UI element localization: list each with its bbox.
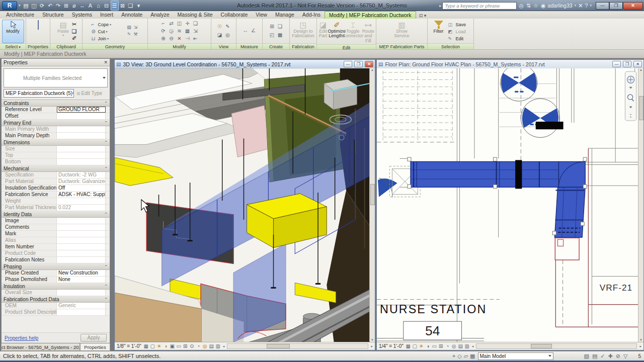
view-close-button[interactable]: ✕ xyxy=(633,61,642,67)
aligned-dimension-icon[interactable]: ↔ xyxy=(78,1,87,10)
open-icon[interactable]: ▤ xyxy=(22,1,30,10)
type-selector-caret-icon[interactable] xyxy=(101,69,107,87)
show-service-button[interactable]: ▥ Show Service xyxy=(391,20,413,43)
editable-only-icon[interactable]: ✓ xyxy=(600,353,605,359)
exchange-apps-icon[interactable]: ✕ xyxy=(578,3,583,9)
property-value[interactable] xyxy=(57,152,106,158)
edit-selection-button[interactable]: ✎Edit xyxy=(448,35,471,42)
property-value[interactable] xyxy=(57,218,106,224)
scale-button[interactable]: 1/4" = 1'-0" xyxy=(379,343,404,349)
linework-icon[interactable]: ✎ xyxy=(224,24,231,31)
3d-view-title-bar[interactable]: ▤ 3D View: 3D Ground Level Coordination … xyxy=(115,60,375,68)
visual-style-icon[interactable]: ▢ xyxy=(412,343,418,349)
unpin-icon[interactable]: ⊖ xyxy=(168,36,175,43)
show-crop-icon[interactable]: ⊞ xyxy=(182,343,189,349)
join-button[interactable]: ⊔Join xyxy=(92,35,124,42)
demolish-icon[interactable]: ⚒ xyxy=(133,32,139,38)
exclude-options-icon[interactable]: ⊘ xyxy=(616,353,620,359)
property-group-phasing[interactable]: Phasing⌃ xyxy=(2,263,110,270)
hide-icon[interactable]: ◎ xyxy=(224,32,231,40)
plan-horizontal-scrollbar[interactable] xyxy=(476,343,637,349)
press-drag-icon[interactable]: ✚ xyxy=(608,353,613,359)
plan-canvas[interactable]: NURSE STATION 54 VRF-21 xyxy=(377,68,643,342)
save-selection-button[interactable]: ◫Save xyxy=(448,21,471,28)
view-properties-icon[interactable]: ▥ xyxy=(215,343,221,349)
collapse-icon[interactable]: ⌃ xyxy=(104,100,108,107)
selection-filter-icon[interactable]: ▽ xyxy=(623,353,627,359)
section-icon[interactable]: ⊟ xyxy=(103,1,111,10)
collapse-icon[interactable]: ⌃ xyxy=(104,296,108,303)
print-icon[interactable]: ⊞ xyxy=(62,1,70,10)
property-value[interactable]: Generic xyxy=(57,303,106,309)
dimension-icon[interactable]: ∠ xyxy=(250,28,257,35)
panel-label-fabrication[interactable]: Fabrication xyxy=(290,43,316,49)
property-group-dimensions[interactable]: Dimensions⌃ xyxy=(2,139,110,146)
view-close-button[interactable]: ✕ xyxy=(365,61,373,67)
navigation-bar[interactable] xyxy=(625,71,636,121)
user-avatar-icon[interactable]: ◉ xyxy=(541,3,546,9)
property-value[interactable]: Off xyxy=(57,185,106,191)
tab-modify-mep-fabrication-ductwork[interactable]: Modify | MEP Fabrication Ductwork xyxy=(325,11,416,19)
switch-windows-icon[interactable]: ❏ xyxy=(127,1,135,10)
sign-in-icon[interactable]: ⇅ xyxy=(526,3,531,9)
offset-icon[interactable]: ⇄ xyxy=(168,21,175,28)
cutaway-icon[interactable]: ◪ xyxy=(216,32,223,40)
measure-icon[interactable]: ⌀ xyxy=(70,1,78,10)
property-value[interactable] xyxy=(57,126,106,132)
worksharing-display-icon[interactable]: ▤ xyxy=(208,343,215,349)
rendering-icon[interactable]: ▣ xyxy=(169,343,176,349)
3d-vertical-scrollbar[interactable]: ▲▼ xyxy=(369,68,375,342)
delete-icon[interactable]: ✕ xyxy=(176,36,183,43)
crop-view-icon[interactable]: ▭ xyxy=(431,343,438,349)
visual-style-icon[interactable]: ▢ xyxy=(149,343,156,349)
scroll-left-icon[interactable]: ◂ xyxy=(472,344,474,348)
filter-button[interactable]: Filter xyxy=(430,20,447,43)
help-caret-icon[interactable]: ▾ xyxy=(590,4,592,8)
help-icon[interactable]: ? xyxy=(585,3,588,9)
undo-icon[interactable]: ↶ xyxy=(46,1,54,10)
tab-insert[interactable]: Insert xyxy=(96,11,117,19)
extend-icon[interactable]: ⇤ xyxy=(192,36,199,43)
create-assembly-icon[interactable]: ◰ xyxy=(269,32,276,40)
tab-structure[interactable]: Structure xyxy=(38,11,68,19)
collapse-icon[interactable]: ⌃ xyxy=(104,120,108,126)
scale-button[interactable]: 1/8" = 1'-0" xyxy=(117,343,141,349)
3d-horizontal-scrollbar[interactable] xyxy=(227,343,368,349)
sync-icon[interactable]: ⟳ xyxy=(38,1,46,10)
property-group-constraints[interactable]: Constraints⌃ xyxy=(2,100,110,107)
copy-icon[interactable]: ❏ xyxy=(192,21,199,28)
property-value[interactable]: Ductwork: -2 WG xyxy=(57,172,106,178)
temporary-hide-isolate-icon[interactable]: ◔ xyxy=(195,343,202,349)
close-button[interactable]: ✕ xyxy=(623,2,643,10)
tab-annotate[interactable]: Annotate xyxy=(117,11,146,19)
paint-icon[interactable]: ✎ xyxy=(126,32,132,38)
worksets-icon[interactable]: ◇ xyxy=(457,353,461,359)
create-group-icon[interactable]: ❏ xyxy=(277,24,284,31)
panel-label-selection[interactable]: Selection xyxy=(428,43,473,49)
optimize-lengths-button[interactable]: ✐ Optimize Lengths xyxy=(329,20,344,44)
trim-corner-icon[interactable]: ⊣ xyxy=(184,36,191,43)
active-workset-icon[interactable]: ▱ xyxy=(464,353,468,359)
property-group-insulation[interactable]: Insulation⌃ xyxy=(2,283,110,290)
favorites-icon[interactable]: ☆ xyxy=(533,3,538,9)
pin-icon[interactable]: ⊕ xyxy=(159,36,167,43)
panel-label-view[interactable]: View xyxy=(211,43,236,49)
view-minimize-button[interactable]: — xyxy=(612,61,621,67)
cut-button[interactable]: ⊘Cut xyxy=(92,28,124,35)
plan-vertical-scrollbar[interactable]: ▲▼ xyxy=(638,68,643,342)
temporary-hide-isolate-icon[interactable]: ◔ xyxy=(444,343,451,349)
edit-type-button[interactable]: ⊞ Edit Type xyxy=(75,89,108,98)
panel-label-properties[interactable]: Properties xyxy=(26,43,50,49)
default-3d-view-icon[interactable]: ⌂ xyxy=(95,1,103,10)
cut-icon[interactable]: ✂ xyxy=(72,21,77,28)
reveal-hidden-elements-icon[interactable]: ◎ xyxy=(202,343,208,349)
collapse-icon[interactable]: ⌃ xyxy=(104,165,108,172)
route-and-fill-button[interactable]: ⊶ Route and Fill xyxy=(361,20,375,44)
worksharing-display-icon[interactable]: ▧ xyxy=(584,353,589,359)
reveal-hidden-elements-icon[interactable]: ◎ xyxy=(451,343,457,349)
application-menu-caret-icon[interactable]: ▾ xyxy=(19,4,21,8)
view-properties-icon[interactable]: ▥ xyxy=(464,343,470,349)
align-icon[interactable]: ⌐ xyxy=(159,21,167,28)
panel-label-create[interactable]: Create xyxy=(263,43,289,49)
panel-label-edit[interactable]: Edit xyxy=(317,44,376,49)
